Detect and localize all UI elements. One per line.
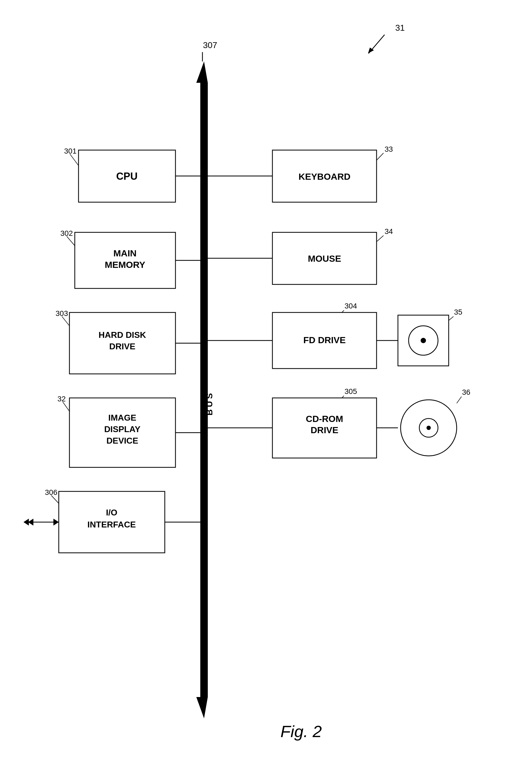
svg-marker-34 — [53, 519, 59, 526]
svg-point-51 — [421, 338, 426, 343]
svg-marker-1 — [196, 61, 208, 83]
svg-text:I/O: I/O — [106, 508, 118, 517]
svg-text:INTERFACE: INTERFACE — [87, 520, 136, 529]
svg-text:BUS: BUS — [205, 391, 214, 415]
svg-text:HARD DISK: HARD DISK — [99, 330, 146, 340]
svg-text:MOUSE: MOUSE — [308, 254, 341, 264]
svg-text:DRIVE: DRIVE — [311, 425, 338, 435]
diagram-svg: BUS 31 307 CPU 301 MAIN MEMORY 302 HARD … — [0, 0, 532, 763]
ref-307-label: 307 — [203, 40, 217, 50]
svg-line-42 — [376, 236, 383, 242]
svg-line-52 — [449, 316, 454, 320]
ref-304-label: 304 — [345, 302, 357, 310]
svg-text:KEYBOARD: KEYBOARD — [299, 171, 351, 181]
svg-line-24 — [63, 402, 69, 411]
svg-line-62 — [457, 396, 462, 403]
svg-text:IMAGE: IMAGE — [108, 413, 137, 422]
svg-text:DISPLAY: DISPLAY — [104, 424, 141, 434]
svg-line-38 — [376, 153, 383, 160]
ref-33-label: 33 — [384, 145, 393, 153]
svg-text:MAIN: MAIN — [114, 248, 137, 258]
figure-label: Fig. 2 — [280, 722, 322, 740]
svg-line-8 — [70, 154, 78, 165]
svg-marker-35 — [24, 519, 29, 526]
svg-text:DRIVE: DRIVE — [109, 342, 135, 351]
ref-305-label: 305 — [345, 387, 357, 395]
svg-text:DEVICE: DEVICE — [106, 436, 138, 445]
svg-text:FD DRIVE: FD DRIVE — [303, 335, 346, 345]
cpu-label: CPU — [116, 171, 138, 182]
ref-301-label: 301 — [64, 147, 77, 155]
ref-31-label: 31 — [395, 23, 405, 33]
svg-marker-2 — [196, 697, 208, 718]
ref-302-label: 302 — [60, 229, 73, 237]
ref-303-label: 303 — [55, 309, 68, 318]
ref-306-label: 306 — [45, 488, 57, 496]
diagram-container: BUS 31 307 CPU 301 MAIN MEMORY 302 HARD … — [0, 0, 532, 763]
svg-text:MEMORY: MEMORY — [105, 260, 145, 270]
svg-point-61 — [427, 426, 431, 430]
svg-rect-0 — [200, 83, 208, 697]
ref-36-label: 36 — [462, 388, 470, 396]
ref-35-label: 35 — [454, 308, 462, 316]
svg-line-29 — [51, 495, 59, 503]
svg-line-13 — [67, 236, 75, 246]
svg-text:CD-ROM: CD-ROM — [306, 414, 343, 424]
svg-line-18 — [62, 316, 69, 326]
ref-32-label: 32 — [57, 395, 66, 403]
ref-34-label: 34 — [384, 227, 393, 236]
